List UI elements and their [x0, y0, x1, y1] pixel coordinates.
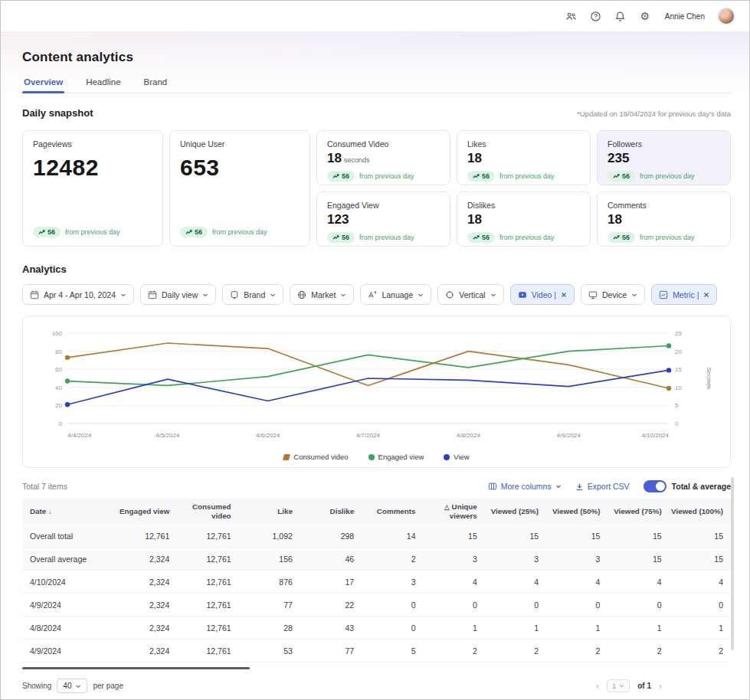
card-value: 18seconds — [327, 151, 440, 166]
legend-engaged-view[interactable]: Engaged view — [368, 453, 424, 461]
delta-badge: 56 from previous day — [327, 171, 440, 182]
tab-overview[interactable]: Overview — [22, 77, 64, 93]
monitor-icon — [230, 290, 239, 299]
trend-up-icon — [332, 173, 339, 179]
prev-page-icon[interactable]: ‹ — [596, 682, 599, 691]
card-value: 18 — [467, 212, 580, 227]
video-icon — [518, 290, 527, 299]
card-label: Comments — [608, 201, 720, 210]
column-header-viewed-75[interactable]: Viewed (75%) — [608, 504, 669, 519]
legend-swatch — [368, 454, 375, 460]
card-value: 235 — [608, 151, 720, 166]
trend-up-icon — [473, 173, 480, 179]
column-header-like[interactable]: Like — [239, 504, 300, 519]
filter-metric-active[interactable]: Metric | — [651, 284, 717, 305]
delta-badge: 56 from previous day — [608, 171, 720, 182]
chevron-down-icon — [418, 292, 424, 298]
language-icon — [368, 290, 377, 299]
table-row-overall-average: Overall average 2,324 12,761 156 46 2 3 … — [22, 548, 731, 571]
card-value: 18 — [467, 151, 580, 166]
export-csv-button[interactable]: Export CSV — [575, 482, 630, 491]
next-page-icon[interactable]: › — [659, 682, 662, 691]
svg-text:40: 40 — [55, 384, 62, 391]
vertical-scrollbar[interactable] — [731, 477, 734, 650]
horizontal-scrollbar[interactable] — [22, 667, 250, 669]
filter-device[interactable]: Device — [581, 284, 645, 305]
chevron-down-icon — [555, 483, 562, 489]
more-columns-button[interactable]: More columns — [488, 482, 562, 491]
table-row: 4/8/2024 2,324 12,761 28 43 0 1 1 1 1 1 — [22, 617, 731, 639]
card-likes: Likes 18 56 from previous day — [457, 130, 591, 185]
delta-badge: 56 from previous day — [467, 171, 580, 182]
svg-text:10: 10 — [675, 384, 682, 391]
column-header-engaged-view[interactable]: Engaged view — [116, 504, 177, 519]
column-header-dislike[interactable]: Dislike — [300, 504, 362, 519]
tab-bar: Overview Headline Brand — [22, 77, 731, 93]
column-header-date[interactable]: Date↓ — [22, 504, 116, 519]
filter-language[interactable]: Lanuage — [360, 284, 431, 305]
card-label: Dislikes — [467, 201, 580, 210]
download-icon — [575, 482, 584, 491]
card-label: Pageviews — [33, 139, 152, 149]
chevron-down-icon — [490, 292, 496, 298]
column-header-consumed-video[interactable]: Consumed video — [177, 499, 238, 524]
filter-date-range[interactable]: Apr 4 - Apr 10, 2024 — [22, 284, 134, 305]
svg-text:15: 15 — [675, 366, 682, 373]
topbar: ⚙ Annie Chen — [1, 1, 749, 31]
filter-vertical[interactable]: Vertical — [437, 284, 503, 305]
table-footer: Showing 40 per page ‹ 1 of 1 › — [22, 679, 731, 693]
legend-consumed-video[interactable]: Consumed video — [283, 453, 348, 461]
card-value: 12482 — [33, 155, 152, 181]
avatar[interactable] — [717, 7, 735, 25]
table-toolbar: Total 7 items More columns Export CSV To… — [22, 480, 731, 492]
user-name: Annie Chen — [665, 12, 705, 21]
snapshot-cards: Pageviews 12482 56 from previous day Uni… — [22, 130, 731, 247]
tab-brand[interactable]: Brand — [142, 77, 169, 93]
chevron-down-icon — [631, 292, 637, 298]
gear-icon[interactable]: ⚙ — [639, 10, 651, 22]
chevron-down-icon — [120, 292, 126, 298]
close-icon — [703, 292, 709, 298]
card-label: Consumed Video — [327, 139, 440, 149]
svg-text:5: 5 — [675, 402, 679, 409]
column-header-unique-viewers[interactable]: △Unique viewers — [424, 499, 485, 524]
filter-market[interactable]: Market — [290, 284, 354, 305]
daily-snapshot-title: Daily snapshot — [22, 107, 93, 119]
users-icon[interactable] — [565, 10, 578, 22]
target-icon — [445, 290, 454, 299]
filter-brand[interactable]: Brand — [222, 284, 283, 305]
filter-video-active[interactable]: Video | — [510, 284, 575, 305]
help-icon[interactable] — [590, 10, 602, 22]
svg-text:100: 100 — [52, 330, 63, 337]
total-items-label: Total 7 items — [22, 482, 67, 491]
filter-view-granularity[interactable]: Daily view — [140, 284, 216, 305]
column-header-viewed-25[interactable]: Viewed (25%) — [485, 504, 546, 519]
legend-view[interactable]: View — [444, 453, 469, 461]
column-header-viewed-50[interactable]: Viewed (50%) — [546, 504, 608, 519]
daily-snapshot-header: Daily snapshot *Updated on 19/04/2024 fo… — [22, 107, 731, 119]
total-average-toggle[interactable]: Total & average — [644, 480, 731, 492]
column-header-comments[interactable]: Comments — [362, 504, 423, 519]
trend-up-icon — [185, 229, 192, 235]
trend-up-icon — [613, 234, 620, 240]
trend-up-icon — [473, 234, 480, 240]
card-label: Unique User — [180, 139, 300, 149]
bell-icon[interactable] — [614, 10, 627, 22]
globe-icon — [297, 290, 306, 299]
svg-text:4/6/2024: 4/6/2024 — [256, 432, 280, 439]
page-select[interactable]: 1 — [607, 679, 630, 692]
sort-desc-icon: ↓ — [48, 508, 52, 515]
svg-text:4/7/2024: 4/7/2024 — [356, 432, 381, 439]
analytics-table: Date↓ Engaged view Consumed video Like D… — [22, 499, 731, 669]
tab-headline[interactable]: Headline — [84, 77, 122, 93]
delta-badge: 56 from previous day — [180, 227, 300, 237]
svg-text:Seconds: Seconds — [706, 367, 712, 389]
page-size-select[interactable]: 40 — [57, 679, 87, 693]
card-dislikes: Dislikes 18 56 from previous day — [457, 191, 591, 247]
delta-icon: △ — [444, 503, 450, 511]
page-header: Content analytics Overview Headline Bran… — [1, 31, 749, 93]
card-label: Engaged View — [327, 201, 440, 210]
svg-text:80: 80 — [55, 348, 62, 355]
table-row-overall-total: Overall total 12,761 12,761 1,092 298 14… — [22, 525, 731, 548]
column-header-viewed-100[interactable]: Viewed (100%) — [670, 504, 731, 519]
